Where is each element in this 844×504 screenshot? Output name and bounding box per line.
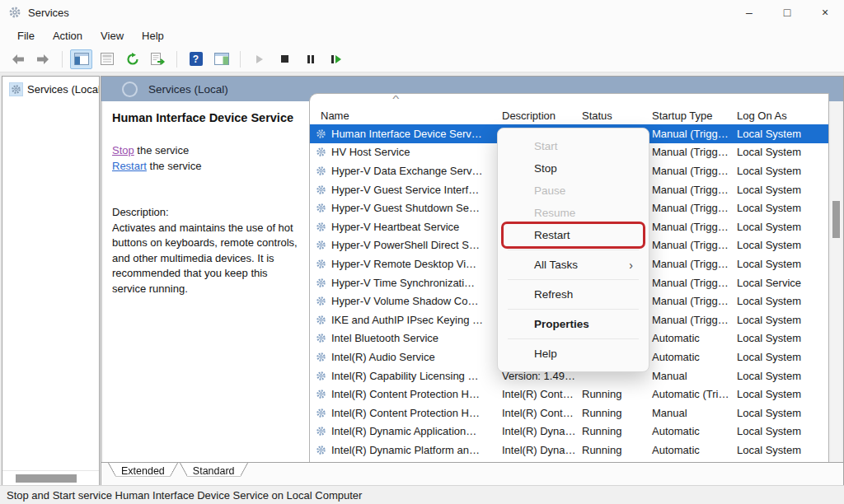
table-row[interactable]: Intel(R) Dynamic Application…Intel(R) Dy… xyxy=(310,422,828,441)
service-logon-as: Local System xyxy=(730,444,828,456)
minimize-button[interactable]: – xyxy=(730,0,768,25)
menu-item-label: Help xyxy=(534,348,557,360)
help-icon: ? xyxy=(190,52,203,66)
service-gear-icon xyxy=(316,408,326,418)
context-menu-item-restart[interactable]: Restart xyxy=(504,224,643,246)
sidebar-item-services-local[interactable]: Services (Local) xyxy=(2,77,99,100)
service-logon-as: Local System xyxy=(730,221,828,233)
tab-label: Extended xyxy=(108,463,178,479)
show-action-pane-button[interactable] xyxy=(210,49,232,69)
toolbar-separator xyxy=(62,51,63,68)
menu-item-label: Pause xyxy=(534,184,565,197)
start-service-button[interactable] xyxy=(248,49,270,69)
service-logon-as: Local System xyxy=(730,332,828,344)
service-gear-icon xyxy=(316,128,326,139)
table-row[interactable]: Intel(R) Content Protection H…Intel(R) C… xyxy=(310,404,828,422)
service-gear-icon xyxy=(316,296,326,306)
service-gear-icon xyxy=(316,315,326,325)
context-menu-item-refresh[interactable]: Refresh xyxy=(504,283,643,306)
menu-separator xyxy=(508,309,639,310)
service-gear-icon xyxy=(316,184,326,195)
column-header-status[interactable]: Status xyxy=(575,110,645,122)
service-name: Hyper-V Heartbeat Service xyxy=(331,221,459,233)
restart-service-button[interactable] xyxy=(325,49,347,69)
service-logon-as: Local System xyxy=(730,202,828,214)
service-list-header: ^ NameDescriptionStatusStartup TypeLog O… xyxy=(310,94,828,124)
service-gear-icon xyxy=(316,278,326,288)
menu-action[interactable]: Action xyxy=(44,27,91,44)
menu-item-label: Properties xyxy=(534,318,589,330)
service-logon-as: Local System xyxy=(730,370,828,382)
tree-item-label: Services (Local) xyxy=(27,83,99,96)
menu-file[interactable]: File xyxy=(8,27,44,44)
table-row[interactable]: Intel(R) Content Protection H…Intel(R) C… xyxy=(310,385,828,404)
menu-view[interactable]: View xyxy=(91,27,133,44)
service-description: Intel(R) Dyna… xyxy=(495,425,575,437)
service-startup-type: Manual (Trigg… xyxy=(645,277,730,289)
menu-item-label: Resume xyxy=(534,207,575,219)
context-menu-item-all-tasks[interactable]: All Tasks› xyxy=(504,254,643,276)
submenu-arrow-icon: › xyxy=(629,259,643,272)
menu-item-label: Restart xyxy=(534,229,570,241)
service-status: Running xyxy=(575,388,645,400)
status-text: Stop and Start service Human Interface D… xyxy=(7,489,362,502)
vertical-scrollbar-thumb[interactable] xyxy=(832,201,840,238)
service-gear-icon xyxy=(316,203,326,213)
service-name: Hyper-V Remote Desktop Vi… xyxy=(331,258,476,270)
service-status: Running xyxy=(575,444,645,456)
service-startup-type: Manual xyxy=(645,407,730,419)
table-row[interactable]: Intel(R) Dynamic Platform an…Intel(R) Dy… xyxy=(310,441,828,460)
stop-service-link[interactable]: Stop xyxy=(112,144,134,156)
service-name: Intel(R) Content Protection H… xyxy=(331,388,480,400)
menu-help[interactable]: Help xyxy=(133,27,173,44)
service-gear-icon xyxy=(316,166,326,176)
back-icon xyxy=(11,54,25,65)
maximize-button[interactable]: □ xyxy=(768,0,806,25)
column-header-startup-type[interactable]: Startup Type xyxy=(645,110,730,122)
vertical-scrollbar[interactable] xyxy=(831,101,842,463)
properties-button[interactable] xyxy=(96,49,118,69)
column-header-log-on-as[interactable]: Log On As xyxy=(730,110,828,122)
pause-service-button[interactable] xyxy=(299,49,321,69)
tab-extended[interactable]: Extended xyxy=(108,463,178,480)
back-button[interactable] xyxy=(7,49,29,69)
service-logon-as: Local System xyxy=(730,388,828,400)
service-gear-icon xyxy=(316,445,326,455)
column-header-description[interactable]: Description xyxy=(495,110,575,122)
forward-button[interactable] xyxy=(32,49,54,69)
export-list-button[interactable] xyxy=(147,49,169,69)
column-header-name[interactable]: Name xyxy=(310,110,495,122)
services-app-icon xyxy=(8,6,21,19)
context-menu-item-properties[interactable]: Properties xyxy=(504,313,643,335)
close-button[interactable]: × xyxy=(806,0,844,25)
service-startup-type: Manual (Trigg… xyxy=(645,295,730,307)
refresh-button[interactable] xyxy=(121,49,143,69)
context-menu: StartStopPauseResumeRestartAll Tasks›Ref… xyxy=(497,128,649,372)
service-logon-as: Local System xyxy=(730,351,828,363)
pause-service-icon xyxy=(306,54,316,64)
context-menu-item-pause: Pause xyxy=(504,180,643,202)
service-startup-type: Automatic (Tri… xyxy=(645,388,730,400)
context-menu-item-start: Start xyxy=(504,135,643,157)
show-console-tree-button[interactable] xyxy=(70,49,92,69)
stop-service-button[interactable] xyxy=(274,49,296,69)
help-button[interactable]: ? xyxy=(185,49,207,69)
service-description: Intel(R) Cont… xyxy=(495,388,575,400)
service-name: Intel(R) Dynamic Application… xyxy=(331,425,476,437)
restart-service-link[interactable]: Restart xyxy=(112,160,147,172)
service-logon-as: Local Service xyxy=(730,277,828,289)
service-name: Intel(R) Dynamic Platform an… xyxy=(331,444,480,456)
context-menu-item-help[interactable]: Help xyxy=(504,343,643,365)
properties-icon xyxy=(101,53,114,65)
service-startup-type: Manual (Trigg… xyxy=(645,146,730,158)
main-pane: Services (Local) Human Interface Device … xyxy=(101,76,844,486)
context-menu-item-stop[interactable]: Stop xyxy=(504,157,643,180)
service-name: Human Interface Device Serv… xyxy=(331,128,482,140)
status-bar: Stop and Start service Human Interface D… xyxy=(0,485,844,504)
horizontal-scrollbar[interactable] xyxy=(2,470,99,485)
tab-standard[interactable]: Standard xyxy=(180,463,248,480)
service-startup-type: Manual (Trigg… xyxy=(645,314,730,326)
horizontal-scrollbar-thumb[interactable] xyxy=(16,474,77,483)
service-startup-type: Automatic xyxy=(645,332,730,344)
service-status: Running xyxy=(575,425,645,437)
